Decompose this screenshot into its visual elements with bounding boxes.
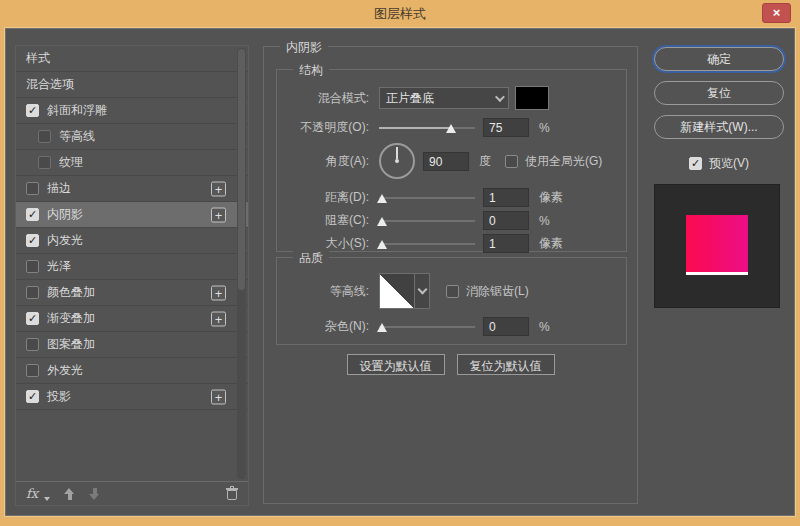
add-effect-icon[interactable]: +: [211, 285, 226, 300]
checkbox-checked-icon[interactable]: ✓: [26, 208, 39, 221]
checkbox-unchecked-icon[interactable]: [26, 182, 39, 195]
noise-input[interactable]: 0: [483, 317, 529, 336]
slider-thumb[interactable]: [377, 323, 387, 332]
contour-thumbnail[interactable]: [379, 273, 415, 309]
contour-picker[interactable]: [379, 273, 430, 309]
sidebar-item-styles[interactable]: 样式: [16, 46, 248, 72]
size-input[interactable]: 1: [483, 234, 529, 253]
checkbox-checked-icon[interactable]: ✓: [26, 390, 39, 403]
new-style-button[interactable]: 新建样式(W)...: [654, 115, 784, 139]
checkbox-unchecked-icon[interactable]: [26, 286, 39, 299]
sidebar-item-label: 等高线: [59, 128, 95, 145]
use-global-light-checkbox[interactable]: [505, 155, 518, 168]
reset-default-button[interactable]: 复位为默认值: [457, 354, 555, 375]
slider-thumb[interactable]: [377, 217, 387, 226]
choke-slider[interactable]: [379, 215, 475, 227]
contour-dropdown[interactable]: [415, 273, 430, 309]
angle-unit: 度: [479, 153, 491, 170]
sidebar-item-pattern-overlay[interactable]: 图案叠加: [16, 332, 248, 358]
title-bar[interactable]: 图层样式 ×: [0, 0, 800, 28]
slider-thumb[interactable]: [377, 240, 387, 249]
check-icon: ✓: [28, 209, 37, 220]
shadow-color-swatch[interactable]: [515, 86, 549, 110]
checkbox-checked-icon[interactable]: ✓: [26, 234, 39, 247]
opacity-label: 不透明度(O):: [277, 119, 369, 136]
sidebar-item-satin[interactable]: 光泽: [16, 254, 248, 280]
checkbox-unchecked-icon[interactable]: [26, 260, 39, 273]
blend-mode-label: 混合模式:: [277, 90, 369, 107]
choke-input[interactable]: 0: [483, 211, 529, 230]
preview-label: 预览(V): [709, 155, 749, 172]
add-effect-icon[interactable]: +: [211, 181, 226, 196]
checkbox-unchecked-icon[interactable]: [38, 156, 51, 169]
add-effect-icon[interactable]: +: [211, 389, 226, 404]
style-list: 样式 混合选项 ✓ 斜面和浮雕 等高线 纹理: [16, 46, 248, 481]
sidebar-item-blending-options[interactable]: 混合选项: [16, 72, 248, 98]
sidebar-scrollbar[interactable]: [237, 48, 246, 479]
noise-unit: %: [539, 320, 550, 334]
checkbox-checked-icon[interactable]: ✓: [26, 312, 39, 325]
sidebar-item-outer-glow[interactable]: 外发光: [16, 358, 248, 384]
sidebar-item-label: 混合选项: [26, 76, 74, 93]
ok-button[interactable]: 确定: [654, 47, 784, 71]
blend-mode-select[interactable]: 正片叠底: [379, 87, 509, 109]
preview-checkbox[interactable]: ✓: [689, 157, 702, 170]
checkbox-unchecked-icon[interactable]: [38, 130, 51, 143]
sidebar-item-label: 颜色叠加: [47, 284, 95, 301]
structure-legend: 结构: [293, 62, 329, 79]
dialog-title: 图层样式: [0, 0, 800, 28]
sidebar-item-gradient-overlay[interactable]: ✓ 渐变叠加 +: [16, 306, 248, 332]
check-icon: ✓: [28, 391, 37, 402]
blend-mode-value: 正片叠底: [386, 90, 495, 107]
angle-input[interactable]: 90: [423, 152, 469, 171]
move-effect-up-icon[interactable]: [64, 488, 75, 500]
sidebar-item-label: 描边: [47, 180, 71, 197]
fx-menu-button[interactable]: fx: [26, 486, 38, 501]
sidebar-item-label: 外发光: [47, 362, 83, 379]
checkbox-unchecked-icon[interactable]: [26, 364, 39, 377]
sidebar-item-color-overlay[interactable]: 颜色叠加 +: [16, 280, 248, 306]
sidebar-item-bevel-emboss[interactable]: ✓ 斜面和浮雕: [16, 98, 248, 124]
dialog-body: 样式 混合选项 ✓ 斜面和浮雕 等高线 纹理: [5, 28, 795, 516]
angle-dial[interactable]: [379, 143, 415, 179]
sidebar-item-label: 图案叠加: [47, 336, 95, 353]
noise-slider[interactable]: [379, 321, 475, 333]
choke-unit: %: [539, 214, 550, 228]
sidebar-item-inner-glow[interactable]: ✓ 内发光: [16, 228, 248, 254]
check-icon: ✓: [691, 158, 700, 169]
checkbox-checked-icon[interactable]: ✓: [26, 104, 39, 117]
scrollbar-thumb[interactable]: [238, 49, 245, 290]
chevron-down-icon: [417, 285, 427, 295]
move-effect-down-icon[interactable]: [89, 488, 100, 500]
chevron-down-icon: [495, 92, 505, 102]
use-global-light-label: 使用全局光(G): [525, 153, 602, 170]
opacity-slider[interactable]: [379, 122, 475, 134]
slider-thumb[interactable]: [377, 194, 387, 203]
quality-group: 品质 等高线: 消除锯齿(L) 杂色(N): 0: [276, 257, 627, 345]
structure-group: 结构 混合模式: 正片叠底 不透明度(O): 75: [276, 69, 627, 252]
sidebar-item-inner-shadow[interactable]: ✓ 内阴影 +: [16, 202, 248, 228]
add-effect-icon[interactable]: +: [211, 207, 226, 222]
delete-effect-icon[interactable]: [226, 487, 238, 500]
sidebar-footer: fx: [16, 481, 248, 505]
reset-button[interactable]: 复位: [654, 81, 784, 105]
sidebar-item-texture[interactable]: 纹理: [16, 150, 248, 176]
size-slider[interactable]: [379, 238, 475, 250]
sidebar-item-stroke[interactable]: 描边 +: [16, 176, 248, 202]
checkbox-unchecked-icon[interactable]: [26, 338, 39, 351]
make-default-button[interactable]: 设置为默认值: [347, 354, 445, 375]
inner-shadow-panel: 内阴影 结构 混合模式: 正片叠底 不透明度(O):: [263, 46, 638, 504]
sidebar-item-drop-shadow[interactable]: ✓ 投影 +: [16, 384, 248, 410]
anti-aliased-checkbox[interactable]: [446, 285, 459, 298]
sidebar-item-label: 内发光: [47, 232, 83, 249]
distance-slider[interactable]: [379, 192, 475, 204]
action-column: 确定 复位 新建样式(W)... ✓ 预览(V): [654, 47, 784, 308]
opacity-input[interactable]: 75: [483, 118, 529, 137]
add-effect-icon[interactable]: +: [211, 311, 226, 326]
angle-label: 角度(A):: [277, 153, 369, 170]
sidebar-item-contour[interactable]: 等高线: [16, 124, 248, 150]
slider-thumb[interactable]: [446, 124, 456, 133]
sidebar-item-label: 内阴影: [47, 206, 83, 223]
distance-input[interactable]: 1: [483, 188, 529, 207]
close-icon[interactable]: ×: [762, 3, 791, 23]
